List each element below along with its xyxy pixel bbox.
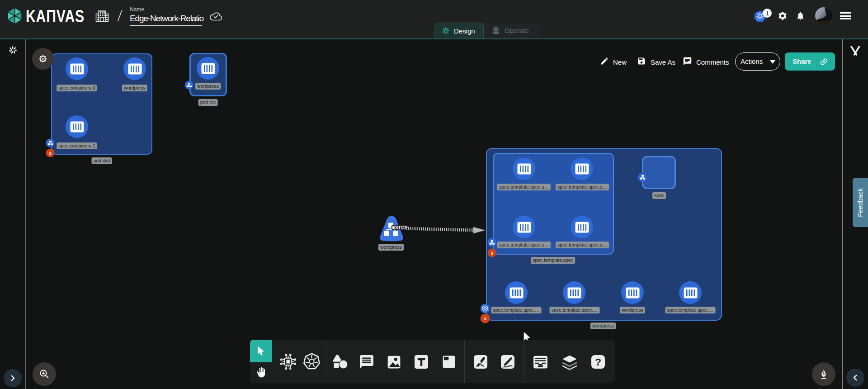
svg-text:80/TCP: 80/TCP (392, 225, 408, 230)
svg-text:?: ? (595, 356, 601, 368)
